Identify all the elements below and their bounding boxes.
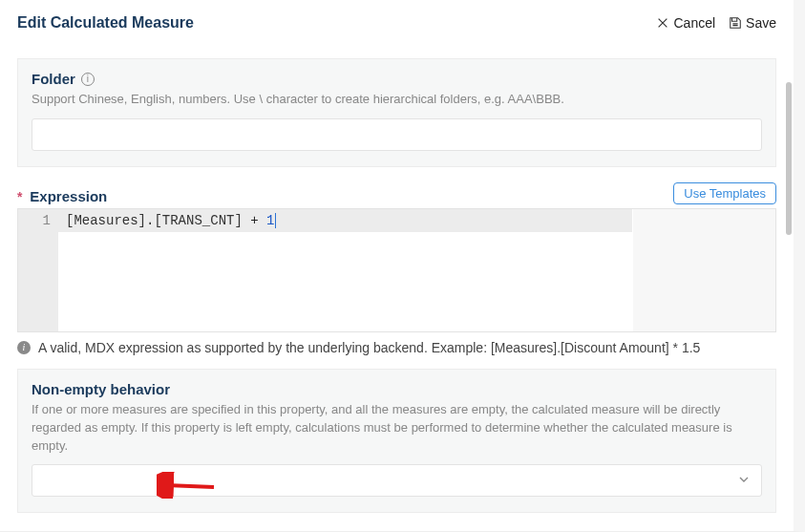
- callout-arrow-icon: [157, 472, 222, 499]
- folder-section: Folder i Support Chinese, English, numbe…: [17, 58, 776, 167]
- line-number: 1: [18, 213, 51, 228]
- code-gutter: 1: [18, 209, 58, 331]
- expression-hint-row: i A valid, MDX expression as supported b…: [17, 340, 776, 355]
- info-icon: i: [17, 341, 31, 354]
- expression-header: * Expression Use Templates: [17, 182, 776, 204]
- close-icon: [656, 16, 669, 30]
- required-indicator: *: [17, 189, 22, 204]
- folder-label: Folder: [32, 71, 75, 87]
- chevron-down-icon: [738, 474, 750, 488]
- nonempty-label: Non-empty behavior: [32, 381, 762, 397]
- cancel-label: Cancel: [673, 15, 715, 31]
- edit-calculated-measure-panel: Edit Calculated Measure Cancel Save Fold…: [0, 0, 805, 532]
- code-minimap[interactable]: [632, 209, 775, 331]
- nonempty-help-text: If one or more measures are specified in…: [32, 401, 762, 456]
- header-actions: Cancel Save: [656, 15, 776, 31]
- code-empty-area: [58, 232, 632, 331]
- save-label: Save: [746, 15, 776, 31]
- code-token-number: 1: [266, 213, 274, 228]
- svg-line-0: [166, 485, 214, 487]
- expression-label: Expression: [30, 188, 107, 204]
- code-token-identifier: [Measures].[TRANS_CNT]: [66, 213, 243, 228]
- code-token-operator: +: [243, 213, 266, 228]
- use-templates-button[interactable]: Use Templates: [673, 182, 776, 204]
- scrollbar-thumb[interactable]: [786, 82, 792, 235]
- save-icon: [729, 16, 742, 30]
- folder-help-icon[interactable]: i: [81, 73, 95, 86]
- folder-help-text: Support Chinese, English, numbers. Use \…: [32, 91, 762, 109]
- folder-input[interactable]: [32, 118, 762, 151]
- editor-caret: [275, 213, 276, 228]
- expression-code-editor[interactable]: 1 [Measures].[TRANS_CNT] + 1: [17, 208, 776, 332]
- page-title: Edit Calculated Measure: [17, 14, 194, 32]
- nonempty-select[interactable]: [32, 464, 762, 497]
- expression-hint-text: A valid, MDX expression as supported by …: [38, 340, 700, 355]
- code-body: [Measures].[TRANS_CNT] + 1: [58, 209, 775, 331]
- panel-header: Edit Calculated Measure Cancel Save: [17, 14, 776, 32]
- save-button[interactable]: Save: [729, 15, 776, 31]
- cancel-button[interactable]: Cancel: [656, 15, 715, 31]
- code-area[interactable]: [Measures].[TRANS_CNT] + 1: [58, 209, 632, 331]
- nonempty-section: Non-empty behavior If one or more measur…: [17, 369, 776, 514]
